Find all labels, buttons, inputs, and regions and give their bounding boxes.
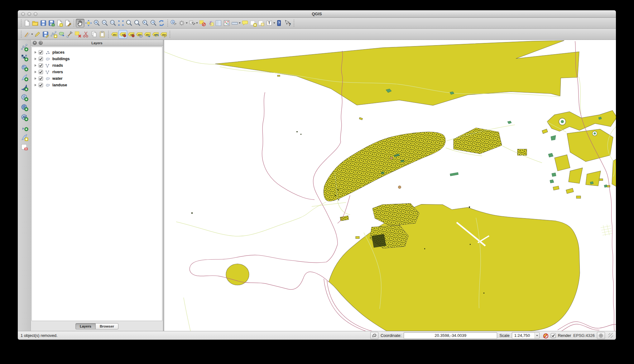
- zoom-to-layer-button[interactable]: [133, 19, 141, 27]
- expand-icon[interactable]: [35, 71, 36, 73]
- zoom-full-button[interactable]: [117, 19, 125, 27]
- zoom-out-button[interactable]: [101, 19, 109, 27]
- add-vector-layer-button[interactable]: [20, 43, 29, 51]
- add-postgis-layer-button[interactable]: [20, 63, 29, 71]
- text-annotation-button[interactable]: T: [265, 19, 276, 27]
- toolbar-handle[interactable]: [168, 31, 171, 38]
- map-canvas[interactable]: [164, 40, 616, 331]
- tab-browser[interactable]: Browser: [95, 323, 118, 329]
- current-edits-button[interactable]: [23, 30, 33, 39]
- show-bookmarks-button[interactable]: [257, 19, 265, 27]
- zoom-next-button[interactable]: [149, 19, 157, 27]
- map-tips-button[interactable]: [241, 19, 249, 27]
- select-features-button[interactable]: [188, 19, 198, 27]
- layer-row-water[interactable]: water: [32, 75, 162, 82]
- measure-button[interactable]: [231, 19, 241, 27]
- layer-labeling-options-button[interactable]: abc: [110, 30, 118, 39]
- select-by-expression-button[interactable]: Ɛ: [206, 19, 214, 27]
- add-spatialite-layer-button[interactable]: [20, 73, 29, 81]
- add-wcs-layer-button[interactable]: [20, 103, 29, 111]
- resize-grip[interactable]: [608, 333, 613, 338]
- add-feature-button[interactable]: [50, 30, 58, 39]
- rotate-label-button[interactable]: abc: [151, 30, 160, 39]
- toolbar-handle[interactable]: [166, 19, 169, 27]
- move-label-button[interactable]: abc: [143, 30, 151, 39]
- toolbar-handle[interactable]: [20, 31, 22, 38]
- scale-combo[interactable]: 1:24,750: [512, 332, 540, 339]
- pin-unpin-labels-button[interactable]: ab: [118, 30, 127, 39]
- close-window-button[interactable]: [21, 12, 25, 16]
- dropdown-arrow-icon[interactable]: [239, 22, 241, 24]
- add-delimited-text-layer-button[interactable]: ,: [20, 123, 29, 131]
- add-mssql-layer-button[interactable]: [20, 83, 29, 91]
- new-project-button[interactable]: [23, 19, 31, 27]
- panel-float-icon[interactable]: ❐: [39, 41, 43, 45]
- layer-row-rivers[interactable]: rivers: [32, 69, 162, 75]
- highlight-pinned-labels-button[interactable]: ab: [127, 30, 135, 39]
- node-tool-button[interactable]: [66, 30, 74, 39]
- paste-features-button[interactable]: [98, 30, 106, 39]
- coordinate-input[interactable]: 20.3598,-34.0039: [404, 332, 497, 339]
- toolbar-handle[interactable]: [107, 31, 110, 38]
- minimize-window-button[interactable]: [27, 12, 31, 16]
- layer-row-places[interactable]: places: [32, 49, 162, 55]
- run-feature-action-button[interactable]: [178, 19, 188, 27]
- expand-icon[interactable]: [35, 51, 36, 54]
- delete-selected-button[interactable]: [74, 30, 82, 39]
- save-layer-edits-button[interactable]: [41, 30, 50, 39]
- whats-this-button[interactable]: ?: [284, 19, 292, 27]
- add-raster-layer-button[interactable]: [20, 53, 29, 61]
- add-wms-layer-button[interactable]: [20, 93, 29, 101]
- composer-manager-button[interactable]: [64, 19, 72, 27]
- expand-icon[interactable]: [35, 64, 36, 67]
- crs-globe-button[interactable]: [597, 332, 605, 339]
- toolbar-handle[interactable]: [20, 19, 22, 27]
- layer-checkbox[interactable]: [39, 76, 43, 81]
- show-hide-labels-button[interactable]: abc: [135, 30, 143, 39]
- new-print-composer-button[interactable]: [55, 19, 64, 27]
- extents-icon[interactable]: [370, 332, 378, 339]
- layer-checkbox[interactable]: [39, 57, 43, 61]
- cut-features-button[interactable]: [82, 30, 90, 39]
- new-bookmark-button[interactable]: [249, 19, 257, 27]
- dropdown-arrow-icon[interactable]: [273, 22, 275, 24]
- layer-row-roads[interactable]: roads: [32, 62, 162, 69]
- open-project-button[interactable]: [31, 19, 39, 27]
- add-wfs-layer-button[interactable]: [20, 113, 29, 121]
- toolbar-handle[interactable]: [292, 19, 295, 27]
- identify-button[interactable]: i: [170, 19, 178, 27]
- panel-close-icon[interactable]: ✕: [33, 41, 37, 45]
- open-attribute-table-button[interactable]: [214, 19, 223, 27]
- title-bar[interactable]: QGIS: [18, 10, 616, 18]
- save-project-button[interactable]: [39, 19, 47, 27]
- deselect-features-button[interactable]: [198, 19, 206, 27]
- toolbar-handle[interactable]: [72, 19, 75, 27]
- move-feature-button[interactable]: [58, 30, 66, 39]
- render-checkbox[interactable]: [551, 333, 556, 338]
- layer-checkbox[interactable]: [39, 50, 43, 55]
- zoom-actual-size-button[interactable]: 1:1: [109, 19, 117, 27]
- layer-checkbox[interactable]: [39, 83, 43, 87]
- new-spatialite-layer-button[interactable]: [20, 133, 29, 141]
- pan-to-selection-button[interactable]: [84, 19, 93, 27]
- zoom-to-selection-button[interactable]: [125, 19, 133, 27]
- expand-icon[interactable]: [35, 84, 36, 86]
- pan-map-button[interactable]: [76, 19, 84, 27]
- expand-icon[interactable]: [35, 77, 36, 80]
- toggle-editing-button[interactable]: [33, 30, 41, 39]
- expand-icon[interactable]: [35, 58, 36, 60]
- dropdown-arrow-icon[interactable]: [31, 34, 33, 35]
- layer-row-landuse[interactable]: landuse: [32, 82, 162, 88]
- layer-checkbox[interactable]: [39, 70, 43, 74]
- zoom-last-button[interactable]: [141, 19, 149, 27]
- refresh-button[interactable]: [157, 19, 166, 27]
- zoom-in-button[interactable]: [93, 19, 101, 27]
- copy-features-button[interactable]: [90, 30, 98, 39]
- stop-render-icon[interactable]: [542, 332, 549, 339]
- tab-layers[interactable]: Layers: [75, 323, 95, 329]
- dropdown-arrow-icon[interactable]: [196, 22, 198, 24]
- statistics-button[interactable]: [223, 19, 231, 27]
- layer-row-buildings[interactable]: buildings: [32, 55, 162, 62]
- layer-checkbox[interactable]: [39, 63, 43, 68]
- remove-layer-button[interactable]: [20, 143, 29, 151]
